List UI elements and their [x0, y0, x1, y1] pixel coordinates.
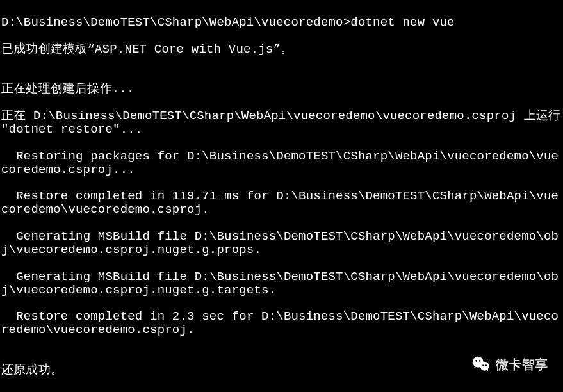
svg-point-5 [485, 364, 487, 366]
terminal-line: Generating MSBuild file D:\Business\Demo… [1, 230, 562, 257]
terminal-line: Restore completed in 119.71 ms for D:\Bu… [1, 190, 562, 216]
terminal-line: 正在 D:\Business\DemoTEST\CSharp\WebApi\vu… [1, 110, 562, 136]
terminal-line: Restoring packages for D:\Business\DemoT… [1, 150, 562, 177]
svg-point-4 [482, 364, 484, 366]
terminal-line: Generating MSBuild file D:\Business\Demo… [1, 270, 562, 297]
terminal-line: 已成功创建模板“ASP.NET Core with Vue.js”。 [1, 43, 562, 56]
watermark-text: 微卡智享 [496, 357, 548, 372]
svg-point-2 [475, 360, 477, 362]
terminal-output: D:\Business\DemoTEST\CSharp\WebApi\vueco… [1, 3, 562, 392]
terminal-line: D:\Business\DemoTEST\CSharp\WebApi\vueco… [1, 16, 562, 29]
terminal-line: 正在处理创建后操作... [1, 83, 562, 96]
terminal-line: Restore completed in 2.3 sec for D:\Busi… [1, 310, 562, 337]
watermark: 微卡智享 [471, 355, 548, 374]
wechat-icon [471, 355, 491, 374]
svg-point-3 [479, 360, 481, 362]
svg-point-1 [480, 362, 489, 371]
